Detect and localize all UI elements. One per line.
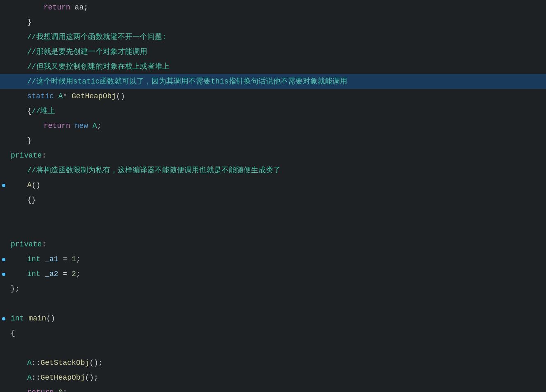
token-class-name: A	[27, 359, 32, 367]
line-text: return aa;	[7, 0, 546, 15]
code-line: };	[0, 281, 546, 296]
token-text: ()	[116, 92, 125, 100]
token-text: ;	[76, 255, 81, 263]
token-text: =	[58, 255, 72, 263]
token-text: aa;	[70, 3, 88, 12]
line-text: //但我又要控制创建的对象在栈上或者堆上	[7, 59, 546, 74]
token-var-name: _a2	[45, 270, 58, 278]
token-number: 0	[58, 388, 63, 392]
token-fn-name: main	[28, 314, 46, 322]
line-text: static A* GetHeapObj()	[7, 89, 546, 104]
token-text: ()	[32, 181, 41, 189]
code-line: int main()	[0, 311, 546, 326]
token-text	[88, 122, 93, 130]
token-text: }	[27, 137, 32, 145]
token-text	[40, 270, 45, 278]
code-line: int _a2 = 2;	[0, 267, 546, 281]
token-text: ();	[89, 359, 102, 367]
code-line: private:	[0, 237, 546, 252]
breakpoint-dot	[2, 273, 5, 276]
line-text: {//堆上	[7, 104, 546, 118]
token-text: {}	[27, 196, 36, 204]
token-text: {	[11, 329, 15, 337]
line-text: };	[7, 281, 546, 296]
token-text: :	[42, 240, 46, 248]
token-var-name: _a1	[45, 255, 58, 263]
token-text: ::	[32, 373, 41, 382]
token-comment: //堆上	[32, 107, 56, 115]
token-text: };	[11, 285, 20, 293]
code-line: return aa;	[0, 0, 546, 15]
token-number: 1	[72, 255, 76, 263]
code-content: return aa;}//我想调用这两个函数就避不开一个问题://那就是要先创建…	[0, 0, 546, 392]
token-text: ()	[46, 314, 55, 322]
line-text: }	[7, 15, 546, 30]
token-text: }	[27, 18, 32, 26]
token-kw-int: int	[27, 270, 40, 278]
code-line	[0, 207, 546, 222]
token-fn-name: GetStackObj	[40, 359, 89, 367]
token-fn-name: GetHeapObj	[40, 373, 85, 382]
line-text: //这个时候用static函数就可以了，因为其调用不需要this指针换句话说他不…	[7, 74, 546, 89]
token-kw-return: return	[27, 388, 54, 392]
code-editor: return aa;}//我想调用这两个函数就避不开一个问题://那就是要先创建…	[0, 0, 546, 392]
token-comment: //我想调用这两个函数就避不开一个问题:	[27, 33, 166, 41]
code-line: A::GetStackObj();	[0, 355, 546, 370]
code-line: {//堆上	[0, 104, 546, 118]
token-text: ;	[76, 270, 81, 278]
line-indicator	[0, 273, 7, 276]
token-text: =	[58, 270, 72, 278]
code-line: int _a1 = 1;	[0, 252, 546, 267]
code-line: return new A;	[0, 118, 546, 133]
token-fn-name: A	[27, 181, 32, 189]
line-text: private:	[7, 237, 546, 252]
token-kw-int: int	[11, 314, 24, 322]
code-line	[0, 341, 546, 355]
code-line: A::GetHeapObj();	[0, 370, 546, 385]
code-line: {	[0, 326, 546, 341]
line-text: A::GetStackObj();	[7, 355, 546, 370]
line-text: //那就是要先创建一个对象才能调用	[7, 44, 546, 59]
line-text: //将构造函数限制为私有，这样编译器不能随便调用也就是不能随便生成类了	[7, 163, 546, 178]
token-comment-highlight: //这个时候用static函数就可以了，因为其调用不需要this指针换句话说他不…	[27, 77, 347, 86]
code-line: private:	[0, 148, 546, 163]
code-line: //那就是要先创建一个对象才能调用	[0, 44, 546, 59]
line-text: int _a1 = 1;	[7, 252, 546, 267]
token-text: ;	[97, 122, 102, 130]
code-line	[0, 222, 546, 237]
token-kw-static: static	[27, 92, 54, 100]
token-kw-new: new	[75, 122, 88, 130]
line-text: //我想调用这两个函数就避不开一个问题:	[7, 30, 546, 44]
code-line: //我想调用这两个函数就避不开一个问题:	[0, 30, 546, 44]
token-kw-int: int	[27, 255, 40, 263]
token-text	[24, 314, 28, 322]
token-text: :	[42, 151, 46, 160]
line-indicator	[0, 258, 7, 261]
code-line: return 0;	[0, 385, 546, 392]
token-kw-return: return	[44, 3, 70, 12]
line-text: int _a2 = 2;	[7, 267, 546, 281]
token-kw-private: private	[11, 151, 42, 160]
token-class-name: A	[58, 92, 63, 100]
line-indicator	[0, 184, 7, 187]
breakpoint-dot	[2, 258, 5, 261]
code-line: }	[0, 133, 546, 148]
breakpoint-dot	[2, 184, 5, 187]
code-line: //将构造函数限制为私有，这样编译器不能随便调用也就是不能随便生成类了	[0, 163, 546, 178]
token-text: ();	[85, 373, 98, 382]
code-line: {}	[0, 193, 546, 207]
token-text	[54, 92, 58, 100]
line-text: return new A;	[7, 118, 546, 133]
token-text: {	[27, 107, 32, 115]
token-text: *	[63, 92, 72, 100]
token-kw-private: private	[11, 240, 42, 248]
line-indicator	[0, 317, 7, 320]
code-line: A()	[0, 178, 546, 193]
line-text: A::GetHeapObj();	[7, 370, 546, 385]
token-text	[54, 388, 58, 392]
token-fn-name: GetHeapObj	[72, 92, 116, 100]
code-line: //但我又要控制创建的对象在栈上或者堆上	[0, 59, 546, 74]
code-line: //这个时候用static函数就可以了，因为其调用不需要this指针换句话说他不…	[0, 74, 546, 89]
code-line: }	[0, 15, 546, 30]
token-text: ;	[63, 388, 67, 392]
